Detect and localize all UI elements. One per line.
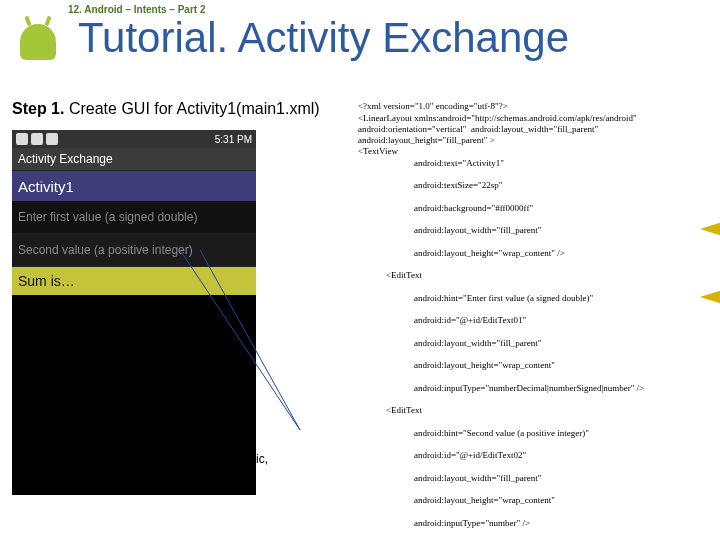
code-line: <EditText bbox=[358, 270, 706, 281]
code-line: android:layout_height="wrap_content" bbox=[358, 495, 706, 506]
code-line: android:hint="Second value (a positive i… bbox=[358, 428, 706, 439]
code-line: android:layout_height="fill_parent" > bbox=[358, 135, 495, 145]
code-line: android:id="@+id/EditText01" bbox=[358, 315, 706, 326]
code-line: android:layout_height="wrap_content" bbox=[358, 360, 706, 371]
android-logo-icon bbox=[8, 18, 66, 70]
svg-line-1 bbox=[200, 250, 300, 430]
status-bar: 5:31 PM bbox=[12, 130, 256, 148]
status-icon bbox=[16, 133, 28, 145]
arrow-icon bbox=[700, 290, 720, 304]
note-text: Note. The element android:inputStyle ind… bbox=[48, 438, 288, 480]
note-label: Note. bbox=[48, 438, 78, 452]
xml-code-block: <?xml version="1.0" encoding="utf-8"?> <… bbox=[358, 90, 706, 540]
annotation-lines bbox=[180, 250, 330, 450]
code-line: <?xml version="1.0" encoding="utf-8"?> bbox=[358, 101, 508, 111]
code-line: <EditText bbox=[358, 405, 706, 416]
status-time: 5:31 PM bbox=[215, 134, 252, 145]
code-line: <LinearLayout xmlns:android="http://sche… bbox=[358, 113, 637, 123]
svg-line-0 bbox=[180, 250, 300, 430]
step-desc: Create GUI for Activity1(main1.xml) bbox=[64, 100, 319, 117]
code-line: android:layout_height="wrap_content" /> bbox=[358, 248, 706, 259]
code-line: android:inputType="number" /> bbox=[358, 518, 706, 529]
page-title: Tutorial. Activity Exchange bbox=[78, 14, 569, 62]
code-line: android:background="#ff0000ff" bbox=[358, 203, 706, 214]
arrow-icon bbox=[700, 222, 720, 236]
code-line: android:id="@+id/EditText02" bbox=[358, 450, 706, 461]
code-line: <TextView bbox=[358, 146, 398, 156]
code-line: android:layout_width="fill_parent" bbox=[358, 338, 706, 349]
status-icon bbox=[46, 133, 58, 145]
code-line: android:textSize="22sp" bbox=[358, 180, 706, 191]
code-line: android:layout_width="fill_parent" bbox=[358, 473, 706, 484]
code-line: android:layout_width="fill_parent" bbox=[358, 225, 706, 236]
step-heading: Step 1. Create GUI for Activity1(main1.x… bbox=[12, 100, 320, 118]
note-body: The element android:inputStyle indicates… bbox=[48, 438, 268, 480]
code-line: android:text="Activity1" bbox=[358, 158, 706, 169]
activity1-label: Activity1 bbox=[12, 171, 256, 201]
step-number: Step 1. bbox=[12, 100, 64, 117]
code-line: android:orientation="vertical" android:l… bbox=[358, 124, 598, 134]
status-icon bbox=[31, 133, 43, 145]
code-line: android:hint="Enter first value (a signe… bbox=[358, 293, 706, 304]
app-title-bar: Activity Exchange bbox=[12, 148, 256, 171]
edit-text-1[interactable]: Enter first value (a signed double) bbox=[12, 201, 256, 234]
code-line: android:inputType="numberDecimal|numberS… bbox=[358, 383, 706, 394]
